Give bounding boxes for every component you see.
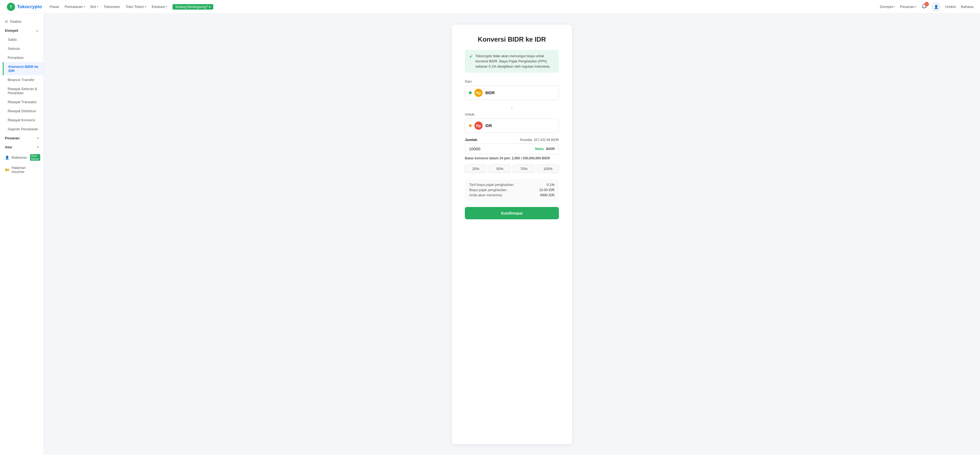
logo-icon: T <box>6 2 15 11</box>
nav-pesanan[interactable]: Pesanan ▾ <box>900 5 916 9</box>
sidebar-section-dompet[interactable]: Dompet ▲ <box>0 26 43 35</box>
logo-link[interactable]: T Tokocrypto <box>6 2 42 11</box>
tax-rate-row: Tarif biaya pajak penghasilan: 0.1% <box>469 183 555 187</box>
nav-dompet[interactable]: Dompet ▾ <box>880 5 895 9</box>
sidebar-item-riwayat-setoran[interactable]: Riwayat Setoran & Penarikan <box>3 84 43 97</box>
to-label: Untuk: <box>465 112 559 117</box>
to-dot <box>469 124 472 127</box>
sidebar-item-binance-transfer[interactable]: Binance Transfer <box>3 75 43 84</box>
sidebar-item-riwayat-konversi[interactable]: Riwayat Konversi <box>3 115 43 125</box>
limit-text: Batas konversi dalam 24 jam: 2,000 / 250… <box>465 156 559 160</box>
sidebar-item-riwayat-distribusi[interactable]: Riwayat Distribusi <box>3 107 43 115</box>
layout: ⊞ Dasbor Dompet ▲ Saldo Setoran Penarika… <box>0 14 980 455</box>
pct-25-button[interactable]: 25% <box>465 164 487 173</box>
from-token-row: Rp BIDR <box>465 86 559 100</box>
sidebar: ⊞ Dasbor Dompet ▲ Saldo Setoran Penarika… <box>0 14 44 455</box>
logo-text: Tokocrypto <box>17 4 42 10</box>
amount-header: Jumlah Tersedia: 267,432.99 BIDR <box>465 138 559 142</box>
maks-button[interactable]: Maks <box>533 147 546 151</box>
nav-tokonews[interactable]: Tokonews <box>103 5 120 9</box>
nav-pertukaran[interactable]: Pertukaran ▾ <box>65 5 85 9</box>
info-box: ✔ Tokocrypto tidak akan memungut biaya u… <box>465 50 559 73</box>
nav-toko-token[interactable]: Toko Token ▾ <box>126 5 146 9</box>
earn-bonus-badge: Earn bonus <box>30 154 40 161</box>
edukasi-chevron: ▾ <box>166 5 167 8</box>
notification-count: 17 <box>924 2 929 6</box>
tax-rate-label: Tarif biaya pajak penghasilan: <box>469 183 514 187</box>
amount-available: Tersedia: 267,432.99 BIDR <box>520 138 559 142</box>
svg-text:T: T <box>10 5 12 9</box>
main-content: Konversi BIDR ke IDR ✔ Tokocrypto tidak … <box>44 14 980 455</box>
receive-row: Anda akan menerima: 9990 IDR <box>469 193 555 197</box>
sidebar-item-saldo[interactable]: Saldo <box>3 35 43 44</box>
amount-input-wrap: Maks BIDR <box>465 144 559 154</box>
to-section: Untuk: Rp IDR <box>465 112 559 133</box>
referensi-icon: 👤 <box>5 155 9 160</box>
bot-chevron: ▾ <box>97 5 98 8</box>
to-token-row: Rp IDR <box>465 118 559 133</box>
navbar-right: Dompet ▾ Pesanan ▾ 17 👤 Unduh Bahasa <box>880 3 974 11</box>
live-badge[interactable]: Sedang Berlangsung? ▾ <box>173 4 213 10</box>
sidebar-item-referensi[interactable]: 👤 Referensi Earn bonus <box>0 152 43 163</box>
tax-cost-label: Biaya pajak penghasilan: <box>469 188 507 192</box>
arrow-down-icon: ↓ <box>465 105 559 110</box>
toko-token-chevron: ▾ <box>145 5 146 8</box>
konversi-card: Konversi BIDR ke IDR ✔ Tokocrypto tidak … <box>452 25 572 444</box>
tax-cost-value: 10.00 IDR <box>539 188 555 192</box>
pesanan-section-chevron: ▾ <box>37 137 38 140</box>
receive-label: Anda akan menerima: <box>469 193 503 197</box>
from-token-name: BIDR <box>485 91 495 95</box>
receive-value: 9990 IDR <box>540 193 555 197</box>
card-title: Konversi BIDR ke IDR <box>465 35 559 43</box>
pertukaran-chevron: ▾ <box>84 5 85 8</box>
navbar-nav: Pasar Pertukaran ▾ Bot ▾ Tokonews Toko T… <box>49 4 880 10</box>
bidr-icon: Rp <box>474 89 483 97</box>
user-avatar[interactable]: 👤 <box>932 3 940 11</box>
confirm-button[interactable]: Konfirmasi <box>465 207 559 219</box>
amount-label: Jumlah <box>465 138 477 142</box>
live-badge-chevron: ▾ <box>209 5 210 9</box>
nav-unduh[interactable]: Unduh <box>945 5 956 9</box>
pesanan-chevron: ▾ <box>915 5 916 8</box>
nav-pasar[interactable]: Pasar <box>49 5 59 9</box>
nav-edukasi[interactable]: Edukasi ▾ <box>152 5 167 9</box>
atur-chevron: ▾ <box>37 146 38 148</box>
navbar: T Tokocrypto Pasar Pertukaran ▾ Bot ▾ To… <box>0 0 980 14</box>
sidebar-item-voucher[interactable]: 🎫 Halaman Voucher <box>0 163 43 176</box>
notification-bell[interactable]: 17 <box>921 3 927 10</box>
from-dot <box>469 91 472 94</box>
dompet-section-chevron: ▲ <box>36 29 38 32</box>
pct-50-button[interactable]: 50% <box>489 164 511 173</box>
info-box-text: Tokocrypto tidak akan memungut biaya unt… <box>476 54 555 69</box>
nav-bahasa[interactable]: Bahasa <box>961 5 974 9</box>
sidebar-section-pesanan[interactable]: Pesanan ▾ <box>0 134 43 143</box>
amount-input[interactable] <box>465 144 533 154</box>
sidebar-sub-dompet: Saldo Setoran Penarikan Konversi BIDR ke… <box>0 35 43 134</box>
sidebar-item-setoran[interactable]: Setoran <box>3 44 43 53</box>
sidebar-item-konversi-bidr[interactable]: Konversi BIDR ke IDR <box>3 62 43 75</box>
sidebar-item-penarikan[interactable]: Penarikan <box>3 53 43 62</box>
pct-75-button[interactable]: 75% <box>513 164 535 173</box>
pct-100-button[interactable]: 100% <box>537 164 559 173</box>
amount-currency: BIDR <box>546 147 558 151</box>
from-section: Dari: Rp BIDR <box>465 80 559 100</box>
sidebar-item-riwayat-transaksi[interactable]: Riwayat Transaksi <box>3 97 43 107</box>
tax-rate-value: 0.1% <box>547 183 555 187</box>
from-label: Dari: <box>465 80 559 83</box>
percentage-buttons: 25% 50% 75% 100% <box>465 164 559 173</box>
to-token-name: IDR <box>485 123 492 128</box>
sidebar-item-sejarah-penukaran[interactable]: Sejarah Penukaran <box>3 125 43 134</box>
dasbor-icon: ⊞ <box>5 19 8 24</box>
nav-bot[interactable]: Bot ▾ <box>91 5 98 9</box>
info-check-icon: ✔ <box>469 54 473 59</box>
sidebar-section-atur[interactable]: Atur ▾ <box>0 143 43 152</box>
sidebar-item-dasbor[interactable]: ⊞ Dasbor <box>0 17 43 26</box>
idr-icon: Rp <box>474 121 483 130</box>
voucher-icon: 🎫 <box>5 168 9 172</box>
tax-info: Tarif biaya pajak penghasilan: 0.1% Biay… <box>465 179 559 201</box>
dompet-chevron: ▾ <box>894 5 895 8</box>
tax-cost-row: Biaya pajak penghasilan: 10.00 IDR <box>469 188 555 192</box>
